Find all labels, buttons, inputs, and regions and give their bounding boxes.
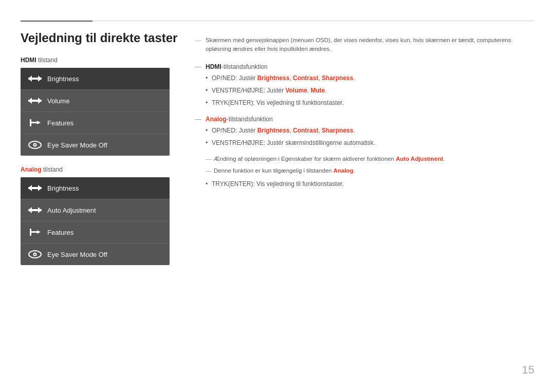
svg-marker-14 <box>38 185 42 191</box>
menu-item-eye-saver2[interactable]: Eye Saver Mode Off <box>21 244 170 265</box>
hdmi-bullet-1: OP/NED: Justér Brightness, Contrast, Sha… <box>206 73 534 83</box>
enter-icon-features <box>28 117 42 128</box>
analog-bullet-3: TRYK(ENTER): Vis vejledning til funktion… <box>206 179 534 189</box>
menu-label-brightness2: Brightness <box>47 184 79 192</box>
menu-item-volume[interactable]: Volume <box>21 90 170 112</box>
hdmi-bullet-list: OP/NED: Justér Brightness, Contrast, Sha… <box>195 73 534 107</box>
analog-bullet-list-2: TRYK(ENTER): Vis vejledning til funktion… <box>195 179 534 189</box>
analog-b1-contrast: Contrast <box>293 127 318 134</box>
analog-b1-before: OP/NED: Justér <box>212 127 257 134</box>
hdmi-b2-sep: , <box>307 87 311 94</box>
hdmi-b1-after: . <box>353 74 355 82</box>
eye-icon2 <box>28 249 42 260</box>
hdmi-b1-before: OP/NED: Justér <box>212 74 257 82</box>
analog-b2-text: VENSTRE/HØJRE: Justér skærmindstillinger… <box>212 139 375 146</box>
analog-bullet-2: VENSTRE/HØJRE: Justér skærmindstillinger… <box>206 138 534 147</box>
hdmi-tilstand-label: HDMI tilstand <box>21 57 170 64</box>
left-column: HDMI tilstand Brightness <box>21 57 170 275</box>
hdmi-section-suffix: -tilstandsfunktion <box>221 63 268 70</box>
menu-label-eye-saver: Eye Saver Mode Off <box>47 141 107 149</box>
analog-b1-sharpness: Sharpness <box>322 127 353 134</box>
hdmi-b2-mute: Mute <box>311 87 325 94</box>
analog-section: Analog-tilstandsfunktion OP/NED: Justér … <box>195 116 534 189</box>
hdmi-section-bold: HDMI <box>206 63 221 70</box>
menu-label-features: Features <box>47 119 73 127</box>
analog-section-header: Analog-tilstandsfunktion <box>195 116 534 123</box>
hdmi-b2-before: VENSTRE/HØJRE: Justér <box>212 87 285 94</box>
menu-item-features2[interactable]: Features <box>21 221 170 244</box>
svg-rect-20 <box>30 229 31 236</box>
analog-subnote1-before: Ændring af opløsningen i Egenskaber for … <box>214 156 396 162</box>
enter-icon-features2 <box>28 227 42 238</box>
right-column: Skærmen med genvejsknappen (menuen OSD),… <box>195 36 534 196</box>
analog-subnote2-bold: Analog <box>334 167 354 174</box>
hdmi-menu-box: Brightness Volume Features <box>21 68 170 156</box>
menu-item-features[interactable]: Features <box>21 112 170 134</box>
svg-marker-4 <box>28 98 32 104</box>
eye-icon <box>28 139 42 151</box>
analog-suffix: tilstand <box>42 166 63 173</box>
menu-label-auto-adjustment: Auto Adjustment <box>47 207 96 214</box>
hdmi-bold: HDMI <box>21 57 36 64</box>
svg-marker-7 <box>37 121 41 124</box>
svg-marker-17 <box>38 207 42 213</box>
svg-rect-8 <box>30 119 31 126</box>
svg-marker-2 <box>38 76 42 82</box>
svg-point-23 <box>34 254 36 255</box>
arrows-icon-auto <box>28 204 42 216</box>
analog-bold: Analog <box>21 166 42 173</box>
analog-section-bold: Analog <box>206 116 227 123</box>
menu-label-eye-saver2: Eye Saver Mode Off <box>47 251 107 258</box>
analog-section-suffix: -tilstandsfunktion <box>227 116 273 123</box>
hdmi-bullet-2: VENSTRE/HØJRE: Justér Volume, Mute. <box>206 86 534 95</box>
analog-b1-brightness: Brightness <box>257 127 290 134</box>
analog-bullet-1: OP/NED: Justér Brightness, Contrast, Sha… <box>206 126 534 135</box>
analog-subnote2-after: . <box>354 167 355 174</box>
menu-item-brightness2[interactable]: Brightness <box>21 177 170 199</box>
svg-point-11 <box>34 144 36 146</box>
analog-bullet-list: OP/NED: Justér Brightness, Contrast, Sha… <box>195 126 534 147</box>
hdmi-b3-text: TRYK(ENTER): Vis vejledning til funktion… <box>212 99 344 106</box>
analog-menu-box: Brightness Auto Adjustment F <box>21 177 170 265</box>
analog-b3-text: TRYK(ENTER): Vis vejledning til funktion… <box>212 180 344 188</box>
page-title: Vejledning til direkte taster <box>21 31 177 45</box>
hdmi-section-header: HDMI-tilstandsfunktion <box>195 63 534 70</box>
menu-label-features2: Features <box>47 229 73 236</box>
hdmi-b1-sharpness: Sharpness <box>322 74 353 82</box>
top-note: Skærmen med genvejsknappen (menuen OSD),… <box>195 36 534 54</box>
menu-item-eye-saver[interactable]: Eye Saver Mode Off <box>21 134 170 156</box>
svg-marker-19 <box>37 230 41 234</box>
analog-subnote2-before: Denne funktion er kun tilgængelig i tils… <box>214 167 334 174</box>
analog-b1-after: . <box>353 127 355 134</box>
svg-marker-5 <box>38 98 42 104</box>
menu-label-volume: Volume <box>47 97 69 105</box>
hdmi-b2-volume: Volume <box>285 87 307 94</box>
svg-marker-1 <box>28 76 32 82</box>
page-number: 15 <box>522 363 534 377</box>
hdmi-suffix: tilstand <box>36 57 58 64</box>
top-line <box>21 21 534 21</box>
arrows-icon-brightness2 <box>28 182 42 194</box>
analog-subnote1-bold: Auto Adjustment <box>396 156 443 162</box>
menu-item-auto-adjustment[interactable]: Auto Adjustment <box>21 199 170 221</box>
hdmi-b2-after: . <box>325 87 327 94</box>
hdmi-b1-contrast: Contrast <box>293 74 318 82</box>
hdmi-bullet-3: TRYK(ENTER): Vis vejledning til funktion… <box>206 98 534 107</box>
menu-item-brightness[interactable]: Brightness <box>21 68 170 90</box>
svg-marker-16 <box>28 207 32 213</box>
analog-sub-note-1: Ændring af opløsningen i Egenskaber for … <box>195 155 534 163</box>
arrows-icon-volume <box>28 95 42 106</box>
top-line-accent <box>21 21 92 22</box>
svg-marker-13 <box>28 185 32 191</box>
menu-label-brightness: Brightness <box>47 75 79 83</box>
analog-sub-note-2: Denne funktion er kun tilgængelig i tils… <box>195 166 534 175</box>
analog-tilstand-label: Analog tilstand <box>21 166 170 173</box>
hdmi-b1-brightness: Brightness <box>257 74 290 82</box>
arrows-icon <box>28 73 42 84</box>
analog-subnote1-after: . <box>443 156 445 162</box>
